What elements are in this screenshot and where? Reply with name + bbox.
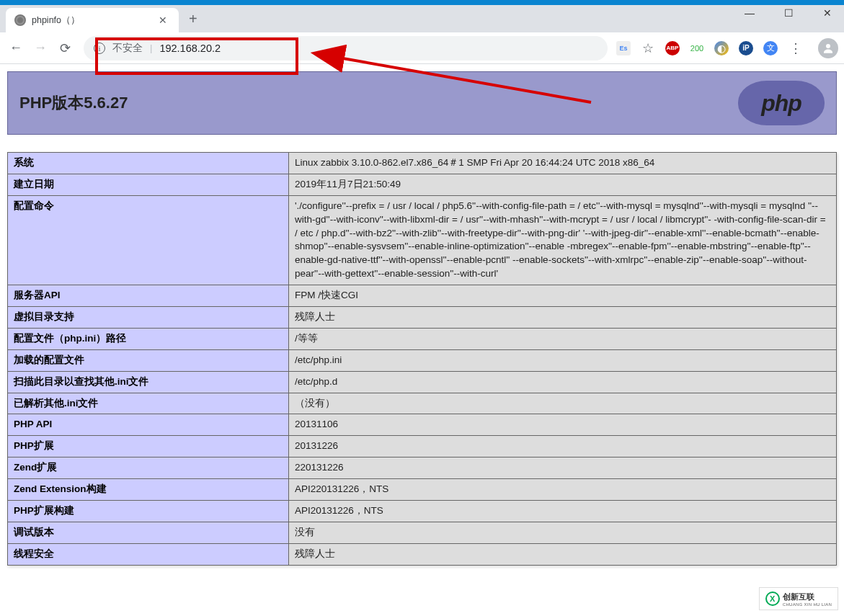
svg-point-0 (826, 44, 830, 48)
tab-close-button[interactable]: ✕ (156, 13, 170, 27)
php-logo: php (738, 81, 825, 125)
config-value: 20131106 (289, 414, 837, 436)
phpinfo-table: 系统Linux zabbix 3.10.0-862.el7.x86_64＃1 S… (7, 152, 837, 566)
extensions-menu-icon[interactable]: ⋮ (788, 40, 804, 56)
toolbar: ← → ⟳ i 不安全 | 192.168.20.2 Es ☆ ABP 200 … (0, 32, 844, 64)
config-value: 2019年11月7日21:50:49 (289, 174, 837, 195)
ip-ext-icon[interactable]: iP (739, 41, 753, 55)
table-row: 已解析其他.ini文件（没有） (8, 393, 837, 414)
config-key: 配置命令 (8, 195, 289, 285)
tab-bar: phpinfo（） ✕ + — ☐ ✕ (0, 5, 844, 32)
config-value: /etc/php.d (289, 371, 837, 393)
config-key: 配置文件（php.ini）路径 (8, 328, 289, 349)
config-value: API20131226，NTS (289, 501, 837, 522)
config-value: API220131226，NTS (289, 479, 837, 501)
translate-ext-icon[interactable]: 文 (763, 41, 778, 55)
config-key: 虚拟目录支持 (8, 307, 289, 329)
profile-avatar[interactable] (818, 38, 838, 58)
watermark-logo-icon: X (765, 592, 780, 606)
translate-icon[interactable]: Es (616, 41, 631, 55)
config-value: Linux zabbix 3.10.0-862.el7.x86_64＃1 SMP… (289, 153, 837, 174)
favicon-icon (14, 14, 26, 26)
table-row: 建立日期2019年11月7日21:50:49 (8, 174, 837, 195)
tab-title: phpinfo（） (32, 14, 150, 27)
php-logo-text: php (761, 90, 801, 117)
table-row: 扫描此目录以查找其他.ini文件/etc/php.d (8, 371, 837, 393)
maximize-button[interactable]: ☐ (776, 7, 801, 19)
table-row: 系统Linux zabbix 3.10.0-862.el7.x86_64＃1 S… (8, 153, 837, 174)
browser-tab[interactable]: phpinfo（） ✕ (6, 8, 179, 32)
config-key: 已解析其他.ini文件 (8, 393, 289, 414)
new-tab-button[interactable]: + (179, 11, 208, 27)
config-key: PHP扩展构建 (8, 501, 289, 522)
window-controls: — ☐ ✕ (737, 7, 840, 19)
config-value: './configure''--prefix = / usr / local /… (289, 195, 837, 285)
back-button[interactable]: ← (6, 38, 26, 58)
config-key: 线程安全 (8, 543, 289, 565)
config-key: Zend Extension构建 (8, 479, 289, 501)
table-row: PHP API20131106 (8, 414, 837, 436)
window-close-button[interactable]: ✕ (815, 7, 840, 19)
table-row: 加载的配置文件/etc/php.ini (8, 349, 837, 371)
table-row: PHP扩展构建API20131226，NTS (8, 501, 837, 522)
browser-ext-icon[interactable]: ◐ (714, 41, 729, 55)
config-key: PHP扩展 (8, 436, 289, 457)
config-key: 扫描此目录以查找其他.ini文件 (8, 371, 289, 393)
info-icon[interactable]: i (94, 43, 105, 54)
table-row: 配置命令'./configure''--prefix = / usr / loc… (8, 195, 837, 285)
table-row: PHP扩展20131226 (8, 436, 837, 457)
config-value: 220131226 (289, 457, 837, 479)
config-value: 20131226 (289, 436, 837, 457)
config-key: 服务器API (8, 285, 289, 307)
extension-counter[interactable]: 200 (690, 41, 704, 55)
watermark-subtext: CHUANG XIN HU LIAN (783, 602, 832, 607)
page-title: PHP版本5.6.27 (19, 92, 128, 114)
table-row: 调试版本没有 (8, 522, 837, 543)
security-label: 不安全 (112, 42, 143, 55)
table-row: Zend Extension构建API220131226，NTS (8, 479, 837, 501)
php-header: PHP版本5.6.27 php (7, 71, 837, 135)
reload-button[interactable]: ⟳ (55, 38, 75, 58)
config-key: Zend扩展 (8, 457, 289, 479)
config-key: PHP API (8, 414, 289, 436)
watermark-text: 创新互联 (783, 592, 832, 602)
config-key: 加载的配置文件 (8, 349, 289, 371)
config-value: FPM /快速CGI (289, 285, 837, 307)
extension-icons: Es ☆ ABP 200 ◐ iP 文 ⋮ (616, 40, 809, 56)
watermark: X 创新互联 CHUANG XIN HU LIAN (759, 587, 838, 610)
table-row: 虚拟目录支持残障人士 (8, 307, 837, 329)
minimize-button[interactable]: — (737, 7, 762, 19)
config-value: 残障人士 (289, 307, 837, 329)
config-value: /等等 (289, 328, 837, 349)
config-value: /etc/php.ini (289, 349, 837, 371)
page-content[interactable]: PHP版本5.6.27 php 系统Linux zabbix 3.10.0-86… (0, 64, 844, 616)
config-value: 没有 (289, 522, 837, 543)
table-row: 配置文件（php.ini）路径/等等 (8, 328, 837, 349)
table-row: 服务器APIFPM /快速CGI (8, 285, 837, 307)
forward-button[interactable]: → (30, 38, 50, 58)
table-row: 线程安全残障人士 (8, 543, 837, 565)
adblock-icon[interactable]: ABP (665, 41, 680, 55)
config-value: （没有） (289, 393, 837, 414)
separator: | (150, 43, 152, 53)
titlebar (0, 0, 844, 5)
config-key: 调试版本 (8, 522, 289, 543)
table-row: Zend扩展220131226 (8, 457, 837, 479)
bookmark-star-icon[interactable]: ☆ (641, 41, 655, 55)
address-bar[interactable]: i 不安全 | 192.168.20.2 (84, 36, 608, 61)
config-key: 系统 (8, 153, 289, 174)
config-value: 残障人士 (289, 543, 837, 565)
config-key: 建立日期 (8, 174, 289, 195)
url-text: 192.168.20.2 (159, 43, 221, 54)
